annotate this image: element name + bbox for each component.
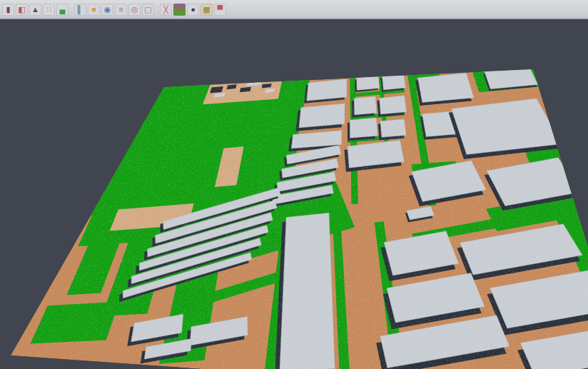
- globe-button[interactable]: ◉: [101, 4, 113, 16]
- import-data-button[interactable]: ▮: [2, 4, 14, 16]
- measure-lines-button[interactable]: ▀: [214, 4, 226, 16]
- point-cloud-icon: ∷: [46, 4, 51, 16]
- select-region-button[interactable]: ▢: [142, 4, 154, 16]
- classify-points-button[interactable]: ╳: [160, 4, 172, 16]
- profile-view-button[interactable]: ▌: [74, 4, 86, 16]
- classified-colors-button[interactable]: [173, 4, 186, 16]
- dem-mountain-icon: ▲: [31, 4, 39, 16]
- viewport-3d[interactable]: [0, 0, 588, 369]
- profile-view-icon: ▌: [78, 4, 83, 16]
- grid-table-icon: ▦: [203, 4, 210, 16]
- main-toolbar: ▮◧▲∷▄▌■◉≡◎▢╳●▦▀: [0, 0, 588, 19]
- building-model-button[interactable]: ●: [187, 4, 199, 16]
- layer-stack-icon: ≡: [118, 4, 123, 16]
- align-photos-icon: ◧: [18, 4, 25, 16]
- orthomosaic-button[interactable]: ■: [88, 4, 100, 16]
- terrain-mound-icon: ▄: [60, 4, 66, 16]
- align-photos-button[interactable]: ◧: [16, 4, 28, 16]
- import-data-icon: ▮: [6, 4, 10, 16]
- viewport-3d-svg[interactable]: [0, 0, 588, 369]
- building-model-icon: ●: [191, 4, 196, 16]
- terrain-mound-button[interactable]: ▄: [56, 4, 69, 16]
- select-region-icon: ▢: [144, 4, 151, 16]
- layer-stack-button[interactable]: ≡: [115, 4, 127, 16]
- app-window: ▮◧▲∷▄▌■◉≡◎▢╳●▦▀: [0, 0, 588, 369]
- orthomosaic-icon: ■: [91, 4, 96, 16]
- dem-mountain-button[interactable]: ▲: [29, 4, 41, 16]
- point-cloud-button[interactable]: ∷: [43, 4, 55, 16]
- classify-points-icon: ╳: [163, 4, 168, 16]
- measure-lines-icon: ▀: [218, 4, 223, 16]
- grid-table-button[interactable]: ▦: [201, 4, 213, 16]
- gear-button[interactable]: ◎: [128, 4, 141, 16]
- globe-icon: ◉: [104, 4, 111, 16]
- gear-icon: ◎: [131, 4, 138, 16]
